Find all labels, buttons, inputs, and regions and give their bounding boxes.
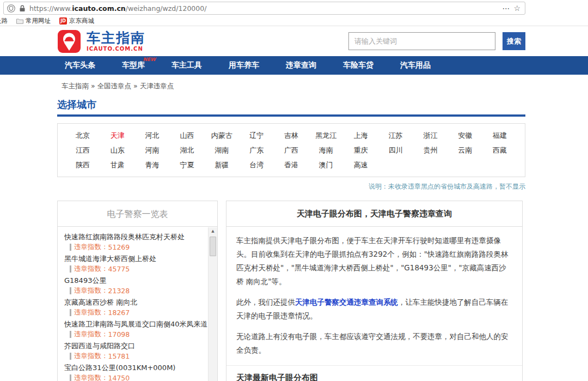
- violation-index: 违章指数：45775: [70, 265, 208, 273]
- camera-location-link[interactable]: 快速路卫津南路与凤展道交口南侧40米凤来道天桥处: [64, 320, 208, 329]
- search-button[interactable]: 搜索: [503, 32, 525, 50]
- safety-paragraph: 无论道路上有没有电子眼，车主都应该遵守交通法规，不要违章，对自己和他人的安全负责…: [236, 330, 512, 357]
- city-link[interactable]: 海南: [309, 146, 344, 155]
- nav-item[interactable]: 车主工具: [171, 61, 202, 70]
- violation-index: 违章指数：17098: [70, 330, 208, 338]
- nav-item[interactable]: 用车养车: [229, 61, 259, 70]
- city-link[interactable]: 天津: [100, 131, 135, 141]
- city-link[interactable]: 四川: [378, 146, 413, 155]
- divider: [226, 365, 522, 366]
- left-panel-title: 电子警察一览表: [58, 201, 217, 227]
- address-bar[interactable]: https://www.icauto.com.cn/weizhang/wzd/1…: [3, 2, 525, 15]
- city-link[interactable]: 吉林: [274, 131, 309, 141]
- scrollbar[interactable]: ▲: [208, 227, 217, 381]
- list-item: 黑牛城道海津大桥西侧上桥处 违章指数：45775: [64, 251, 208, 273]
- list-item: 快速路红旗南路路段奥林匹克村天桥处 违章指数：51269: [64, 229, 208, 251]
- city-link[interactable]: 安徽: [448, 131, 482, 141]
- camera-location-link[interactable]: G18493公里: [64, 276, 208, 285]
- camera-location-link[interactable]: 宝白公路31公里(0031KM+000M): [64, 364, 208, 372]
- main-nav: 汽车头条 车型库NEW 车主工具 用车养车 违章查询 车险车贷 汽车用品: [0, 56, 588, 75]
- logo-domain: ICAUTO.COM.CN: [87, 46, 145, 52]
- city-link[interactable]: 重庆: [344, 146, 378, 155]
- panels-row: 电子警察一览表 快速路红旗南路路段奥林匹克村天桥处 违章指数：51269 黑牛城…: [57, 201, 525, 381]
- city-link[interactable]: 贵州: [413, 146, 448, 155]
- breadcrumb[interactable]: 车主指南 » 全国违章点 » 天津违章点: [57, 82, 525, 91]
- bookmark-item-jd[interactable]: JD 京东商城: [59, 17, 94, 25]
- city-link[interactable]: 内蒙古: [204, 131, 239, 141]
- site-header: 车主指南 ICAUTO.COM.CN 搜索: [0, 26, 588, 56]
- camera-location-link[interactable]: 快速路红旗南路路段奥林匹克村天桥处: [64, 233, 208, 241]
- city-link[interactable]: 宁夏: [170, 160, 205, 170]
- camera-location-link[interactable]: 京藏高速西沙桥 南向北: [64, 298, 208, 307]
- list-item: 京藏高速西沙桥 南向北 违章指数：18267: [64, 294, 208, 316]
- bookmark-item[interactable]: 上路: [0, 17, 8, 25]
- city-link[interactable]: 河北: [135, 131, 170, 141]
- city-link[interactable]: 湖北: [170, 146, 205, 155]
- camera-location-link[interactable]: 黑牛城道海津大桥西侧上桥处: [64, 255, 208, 263]
- violation-query-link[interactable]: 天津电子警察交通违章查询系统: [295, 298, 398, 306]
- city-box: 北京 天津 河北 山西 内蒙古 辽宁 吉林 黑龙江 上海 江苏 浙江: [57, 123, 525, 177]
- violation-index: 违章指数：18267: [70, 309, 208, 316]
- city-link[interactable]: 广西: [274, 146, 309, 155]
- section-underline: [57, 114, 525, 117]
- index-bar-icon: [70, 265, 71, 273]
- bookmark-item-folder[interactable]: 常用网址: [16, 17, 51, 25]
- scrollbar-thumb[interactable]: [210, 237, 216, 256]
- city-link[interactable]: 云南: [448, 146, 482, 155]
- scrollbar-up-icon[interactable]: ▲: [209, 227, 217, 235]
- city-link[interactable]: 高速: [344, 160, 378, 170]
- city-link[interactable]: 福建: [482, 131, 517, 141]
- bookmark-star-icon[interactable]: ☆: [513, 4, 520, 12]
- city-link[interactable]: 湖南: [204, 146, 239, 155]
- city-link[interactable]: 青海: [135, 160, 170, 170]
- tianjin-info-panel: 天津电子眼分布图，天津电子警察违章查询 车主指南提供天津电子眼分布图，便于车主在…: [226, 201, 523, 381]
- city-link[interactable]: 辽宁: [239, 131, 274, 141]
- shield-icon[interactable]: [7, 4, 15, 13]
- city-link[interactable]: 山西: [170, 131, 205, 141]
- nav-item[interactable]: 车型库NEW: [122, 61, 145, 70]
- list-item: G18493公里 违章指数：21328: [64, 273, 208, 294]
- city-link[interactable]: 黑龙江: [309, 131, 344, 141]
- city-link[interactable]: 山东: [100, 146, 135, 155]
- nav-item[interactable]: 车险车贷: [343, 61, 373, 70]
- url-text[interactable]: https://www.icauto.com.cn/weizhang/wzd/1…: [29, 4, 498, 13]
- search-input[interactable]: [348, 32, 495, 50]
- logo-pin-icon: [57, 29, 81, 53]
- city-link[interactable]: 澳门: [309, 160, 344, 170]
- nav-item[interactable]: 汽车头条: [65, 61, 95, 70]
- page-actions-icon[interactable]: ⋯: [502, 4, 510, 12]
- city-link[interactable]: 浙江: [413, 131, 448, 141]
- camera-location-link[interactable]: 芥园西道与咸阳路交口: [64, 342, 208, 350]
- site-logo[interactable]: 车主指南 ICAUTO.COM.CN: [57, 29, 145, 53]
- violation-index: 违章指数：14750: [70, 374, 208, 381]
- list-item: 宝白公路31公里(0031KM+000M) 违章指数：14750: [64, 360, 208, 381]
- query-paragraph: 此外，我们还提供天津电子警察交通违章查询系统，让车主能快捷地了解自己车辆在天津的…: [236, 295, 512, 323]
- city-link[interactable]: 西藏: [482, 146, 517, 155]
- logo-title: 车主指南: [87, 31, 145, 46]
- nav-item[interactable]: 违章查询: [286, 61, 316, 70]
- jd-icon: JD: [59, 17, 67, 25]
- city-link[interactable]: 河南: [135, 146, 170, 155]
- violation-index: 违章指数：15781: [70, 352, 208, 360]
- city-link[interactable]: 台湾: [239, 160, 274, 170]
- city-link[interactable]: 甘肃: [100, 160, 135, 170]
- nav-item[interactable]: 汽车用品: [400, 61, 431, 70]
- new-badge: NEW: [143, 57, 156, 62]
- folder-icon: [16, 18, 23, 24]
- city-grid: 北京 天津 河北 山西 内蒙古 辽宁 吉林 黑龙江 上海 江苏 浙江: [65, 131, 517, 170]
- url-row: https://www.icauto.com.cn/weizhang/wzd/1…: [0, 0, 588, 16]
- city-link[interactable]: 陕西: [65, 160, 100, 170]
- city-link[interactable]: 广东: [239, 146, 274, 155]
- electronic-police-list: 快速路红旗南路路段奥林匹克村天桥处 违章指数：51269 黑牛城道海津大桥西侧上…: [58, 227, 208, 381]
- city-note: 说明：未收录违章黑点的省份城市及高速路，暂不显示: [57, 182, 525, 191]
- city-link[interactable]: 江苏: [378, 131, 413, 141]
- right-panel-body: 车主指南提供天津电子眼分布图，便于车主在天津开车行驶时知道哪里有违章摄像头。目前…: [226, 234, 522, 381]
- electronic-police-panel: 电子警察一览表 快速路红旗南路路段奥林匹克村天桥处 违章指数：51269 黑牛城…: [57, 201, 218, 381]
- city-link[interactable]: 新疆: [204, 160, 239, 170]
- city-link[interactable]: 上海: [344, 131, 378, 141]
- violation-index: 违章指数：51269: [70, 243, 208, 251]
- city-link[interactable]: 香港: [274, 160, 309, 170]
- city-link[interactable]: 北京: [65, 131, 100, 141]
- city-link[interactable]: 江西: [65, 146, 100, 155]
- index-bar-icon: [70, 287, 71, 294]
